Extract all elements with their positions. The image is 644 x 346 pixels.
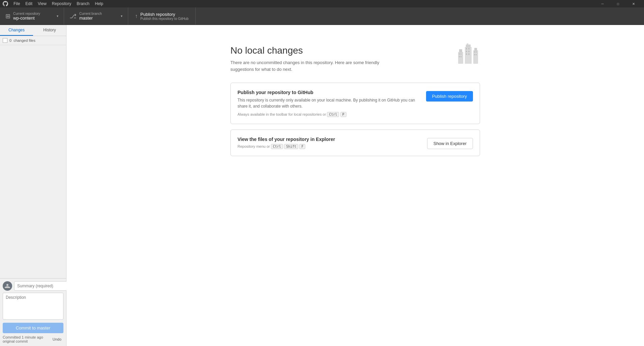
sidebar: Changes History 0 changed files Commit t… bbox=[0, 25, 66, 346]
sidebar-spacer bbox=[0, 45, 66, 278]
minimize-button[interactable]: ─ bbox=[595, 0, 610, 7]
menu-edit[interactable]: Edit bbox=[23, 0, 35, 7]
city-illustration bbox=[456, 42, 480, 65]
branch-icon: ⎇ bbox=[69, 12, 77, 20]
publish-card-action: Publish repository bbox=[426, 90, 473, 102]
menu-help[interactable]: Help bbox=[92, 0, 106, 7]
branch-text-group: Current branch master bbox=[79, 12, 102, 21]
explorer-card-action: Show in Explorer bbox=[427, 137, 473, 149]
publish-repository-button[interactable]: Publish repository bbox=[426, 91, 473, 102]
last-commit-text: Committed 1 minute ago original commit bbox=[3, 335, 43, 343]
branch-value: master bbox=[79, 16, 102, 21]
svg-rect-10 bbox=[466, 48, 467, 50]
menu-branch[interactable]: Branch bbox=[74, 0, 92, 7]
explorer-card-hint: Repository menu or Ctrl Shift F bbox=[237, 144, 420, 149]
svg-rect-1 bbox=[459, 49, 462, 53]
close-button[interactable]: ✕ bbox=[626, 0, 641, 7]
publish-icon: ↑ bbox=[135, 13, 138, 19]
last-commit-info: Committed 1 minute ago original commit U… bbox=[3, 333, 63, 343]
branch-label: Current branch bbox=[79, 12, 102, 16]
commit-area: Commit to master Committed 1 minute ago … bbox=[0, 278, 66, 346]
last-commit-time: Committed 1 minute ago bbox=[3, 335, 43, 339]
publish-text-group: Publish repository Publish this reposito… bbox=[140, 12, 189, 21]
explorer-key-ctrl: Ctrl bbox=[271, 144, 283, 149]
content-inner: No local changes There are no uncommitte… bbox=[230, 45, 480, 162]
svg-rect-3 bbox=[466, 45, 471, 48]
publish-card-title: Publish your repository to GitHub bbox=[237, 90, 419, 95]
current-branch-section[interactable]: ⎇ Current branch master ▾ bbox=[64, 7, 128, 25]
menu-repository[interactable]: Repository bbox=[49, 0, 74, 7]
explorer-key-shift: Shift bbox=[284, 144, 298, 149]
svg-rect-11 bbox=[468, 48, 470, 50]
commit-button[interactable]: Commit to master bbox=[3, 323, 63, 333]
changed-files-count: 0 bbox=[9, 38, 11, 42]
description-textarea[interactable] bbox=[3, 293, 63, 320]
avatar bbox=[3, 281, 12, 291]
svg-rect-18 bbox=[474, 54, 475, 55]
svg-rect-16 bbox=[474, 51, 475, 53]
commit-input-row bbox=[3, 281, 63, 291]
svg-rect-5 bbox=[474, 48, 477, 51]
svg-rect-7 bbox=[460, 53, 461, 55]
svg-rect-17 bbox=[476, 51, 477, 53]
publish-key-ctrl: Ctrl bbox=[327, 112, 339, 117]
explorer-key-f: F bbox=[299, 144, 305, 149]
show-in-explorer-button[interactable]: Show in Explorer bbox=[427, 138, 473, 149]
explorer-card: View the files of your repository in Exp… bbox=[230, 129, 480, 156]
explorer-card-text: View the files of your repository in Exp… bbox=[237, 137, 420, 149]
changed-files-label: changed files bbox=[13, 38, 35, 42]
content-area: No local changes There are no uncommitte… bbox=[66, 25, 644, 346]
tab-history[interactable]: History bbox=[33, 25, 66, 36]
svg-rect-8 bbox=[459, 56, 460, 57]
publish-card-text: Publish your repository to GitHub This r… bbox=[237, 90, 419, 117]
publish-sublabel: Publish this repository to GitHub bbox=[140, 17, 189, 21]
current-repository-section[interactable]: ⊞ Current repository wp-content ▾ bbox=[0, 7, 64, 25]
repository-value: wp-content bbox=[13, 16, 40, 21]
sidebar-tabs: Changes History bbox=[0, 25, 66, 36]
main-layout: Changes History 0 changed files Commit t… bbox=[0, 25, 644, 346]
menu-file[interactable]: File bbox=[11, 0, 23, 7]
repository-chevron-icon: ▾ bbox=[57, 14, 58, 18]
repository-icon: ⊞ bbox=[5, 12, 10, 20]
app-logo bbox=[3, 1, 8, 6]
publish-label: Publish repository bbox=[140, 12, 189, 17]
no-changes-header: No local changes There are no uncommitte… bbox=[230, 45, 480, 73]
select-all-checkbox[interactable] bbox=[3, 38, 7, 43]
last-commit-message: original commit bbox=[3, 339, 43, 343]
tab-changes[interactable]: Changes bbox=[0, 25, 33, 36]
toolbar: ⊞ Current repository wp-content ▾ ⎇ Curr… bbox=[0, 7, 644, 25]
changed-files-row: 0 changed files bbox=[0, 36, 66, 45]
explorer-card-title: View the files of your repository in Exp… bbox=[237, 137, 420, 142]
menu-bar: File Edit View Repository Branch Help ─ … bbox=[0, 0, 644, 7]
no-changes-title: No local changes bbox=[230, 45, 399, 56]
svg-rect-19 bbox=[476, 54, 477, 55]
summary-input[interactable] bbox=[14, 281, 71, 291]
menu-view[interactable]: View bbox=[35, 0, 49, 7]
repository-text-group: Current repository wp-content bbox=[13, 12, 40, 21]
publish-card-body: This repository is currently only availa… bbox=[237, 97, 419, 109]
publish-card: Publish your repository to GitHub This r… bbox=[230, 83, 480, 124]
svg-rect-9 bbox=[460, 56, 461, 57]
publish-card-hint: Always available in the toolbar for loca… bbox=[237, 112, 419, 117]
window-controls: ─ □ ✕ bbox=[595, 0, 641, 7]
maximize-button[interactable]: □ bbox=[610, 0, 626, 7]
repository-label: Current repository bbox=[13, 12, 40, 16]
publish-repository-section[interactable]: ↑ Publish repository Publish this reposi… bbox=[128, 7, 196, 25]
svg-rect-6 bbox=[459, 53, 460, 55]
no-changes-subtitle: There are no uncommitted changes in this… bbox=[230, 59, 399, 73]
svg-rect-13 bbox=[468, 51, 470, 52]
svg-rect-15 bbox=[468, 53, 470, 55]
branch-chevron-icon: ▾ bbox=[121, 14, 122, 18]
svg-rect-14 bbox=[466, 53, 467, 55]
svg-rect-12 bbox=[466, 51, 467, 52]
undo-button[interactable]: Undo bbox=[51, 337, 63, 342]
publish-key-p: P bbox=[340, 112, 346, 117]
no-changes-text: No local changes There are no uncommitte… bbox=[230, 45, 399, 73]
